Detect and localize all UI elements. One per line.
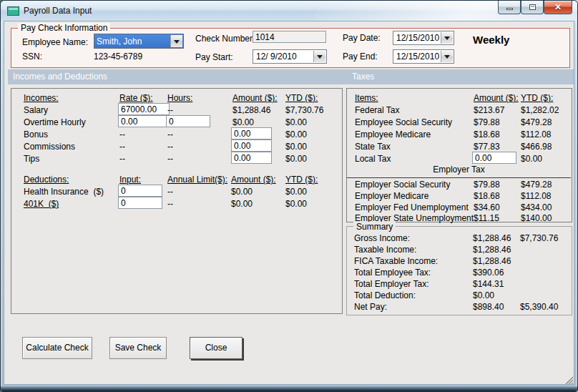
deduction-cell: $0.00 bbox=[285, 187, 307, 197]
deduction-cell: $0.00 bbox=[231, 187, 253, 197]
bonus-amount-input[interactable] bbox=[231, 127, 272, 139]
incomes-header-amount: Amount ($): bbox=[232, 93, 278, 103]
summary-row-label: Taxable Income: bbox=[354, 245, 416, 255]
incomes-header-ytd: YTD ($): bbox=[285, 93, 318, 103]
401k-input[interactable] bbox=[118, 197, 162, 209]
income-row-label: Overtime Hourly bbox=[24, 117, 86, 127]
pay-start-dropdown-button[interactable] bbox=[313, 51, 325, 62]
income-row-label: Salary bbox=[24, 105, 48, 115]
income-cell: $0.00 bbox=[285, 117, 307, 127]
employer-tax-cell: $18.68 bbox=[474, 191, 500, 201]
employer-tax-row-label: Employer Social Security bbox=[355, 180, 450, 190]
pay-start-label: Pay Start: bbox=[195, 52, 233, 62]
resize-grip-icon[interactable] bbox=[564, 374, 573, 383]
close-icon: ✕ bbox=[544, 2, 572, 12]
employee-name-select[interactable]: Smith, John bbox=[94, 34, 184, 49]
income-cell: -- bbox=[167, 105, 173, 115]
local-tax-input[interactable] bbox=[472, 152, 516, 164]
pay-end-label: Pay End: bbox=[343, 52, 378, 62]
deductions-header-name: Deductions: bbox=[24, 175, 69, 185]
pay-end-picker[interactable]: 12/15/2010 bbox=[393, 49, 454, 64]
income-cell: $0.00 bbox=[285, 154, 307, 164]
employer-tax-cell: $11.15 bbox=[474, 213, 499, 223]
incomes-header-name: Incomes: bbox=[24, 93, 59, 103]
summary-cell: $0.00 bbox=[473, 290, 494, 300]
employer-tax-cell: $140.00 bbox=[521, 213, 552, 223]
overtime-rate-input[interactable] bbox=[118, 115, 170, 127]
tips-amount-input[interactable] bbox=[231, 152, 272, 164]
pay-date-picker[interactable]: 12/15/2010 bbox=[393, 31, 454, 45]
overtime-hours-input[interactable] bbox=[166, 115, 210, 127]
window-titlebar[interactable]: Payroll Data Input bbox=[1, 1, 577, 21]
taxes-header-ytd: YTD ($): bbox=[521, 93, 553, 103]
summary-legend: Summary bbox=[353, 222, 396, 232]
minimize-button[interactable] bbox=[498, 1, 521, 14]
tax-cell: $0.00 bbox=[521, 154, 542, 164]
calculate-check-button[interactable]: Calculate Check bbox=[22, 337, 92, 359]
section-taxes-title: Taxes bbox=[352, 72, 374, 82]
pay-date-dropdown-button[interactable] bbox=[441, 32, 453, 44]
section-header-bar: Incomes and Deductions Taxes bbox=[8, 69, 574, 84]
deduction-cell: -- bbox=[167, 187, 173, 197]
income-cell: -- bbox=[167, 142, 173, 152]
employee-name-dropdown-button[interactable] bbox=[170, 35, 182, 47]
summary-cell: $1,288.46 bbox=[473, 233, 511, 243]
summary-cell: $5,390.40 bbox=[520, 302, 558, 312]
window-bottom-frame bbox=[1, 386, 577, 391]
commissions-amount-input[interactable] bbox=[231, 139, 272, 152]
tax-cell: $18.68 bbox=[474, 129, 500, 139]
summary-row-label: Total Employee Tax: bbox=[354, 268, 431, 278]
ssn-label: SSN: bbox=[22, 52, 42, 62]
check-number-input[interactable] bbox=[253, 31, 326, 43]
income-cell: $7,730.76 bbox=[285, 105, 323, 115]
pay-start-picker[interactable]: 12/ 9/2010 bbox=[253, 49, 327, 64]
salary-rate-input[interactable] bbox=[118, 103, 170, 115]
tax-row-label: State Tax bbox=[355, 142, 391, 152]
employer-tax-row-label: Employer Medicare bbox=[355, 191, 428, 201]
save-check-button[interactable]: Save Check bbox=[109, 337, 167, 359]
income-cell: -- bbox=[167, 129, 173, 139]
tax-row-label: Employee Social Security bbox=[355, 117, 452, 127]
close-button[interactable]: ✕ bbox=[544, 1, 572, 14]
chevron-down-icon bbox=[317, 55, 323, 59]
tax-cell: $466.98 bbox=[521, 142, 552, 152]
incomes-header-hours: Hours: bbox=[167, 93, 192, 103]
401k-link[interactable]: 401K ($) bbox=[24, 199, 59, 209]
health-insurance-input[interactable] bbox=[118, 185, 162, 197]
summary-cell: $898.40 bbox=[473, 302, 504, 312]
taxes-header-items: Items: bbox=[355, 93, 378, 103]
summary-row-label: FICA Taxable Income: bbox=[354, 256, 438, 266]
summary-cell: $1,288.46 bbox=[473, 256, 511, 266]
income-cell: $0.00 bbox=[232, 117, 254, 127]
summary-cell: $7,730.76 bbox=[520, 233, 558, 243]
deductions-header-amount: Amount ($): bbox=[231, 175, 276, 185]
employer-tax-cell: $112.08 bbox=[521, 191, 552, 201]
deductions-header-input: Input: bbox=[119, 175, 141, 185]
income-row-label: Bonus bbox=[24, 129, 48, 139]
chevron-down-icon bbox=[444, 55, 450, 59]
summary-row-label: Net Pay: bbox=[354, 302, 387, 312]
pay-frequency-label: Weekly bbox=[473, 34, 509, 46]
summary-row-label: Total Employer Tax: bbox=[354, 279, 429, 289]
maximize-button[interactable] bbox=[521, 1, 544, 14]
ssn-value: 123-45-6789 bbox=[94, 52, 142, 62]
taxes-header-amount: Amount ($): bbox=[474, 93, 519, 103]
income-cell: -- bbox=[119, 142, 125, 152]
close-check-button[interactable]: Close bbox=[190, 337, 243, 359]
income-cell: $1,288.46 bbox=[232, 105, 270, 115]
deduction-row-label: Health Insurance ($) bbox=[24, 187, 104, 197]
deduction-cell: -- bbox=[167, 199, 173, 209]
window-title: Payroll Data Input bbox=[24, 6, 92, 16]
summary-cell: $390.06 bbox=[473, 268, 504, 278]
tax-cell: $79.88 bbox=[474, 117, 500, 127]
tax-row-label: Federal Tax bbox=[355, 105, 399, 115]
pay-end-value: 12/15/2010 bbox=[396, 52, 439, 62]
income-cell: -- bbox=[119, 129, 125, 139]
section-incomes-deductions-title: Incomes and Deductions bbox=[13, 72, 107, 82]
employer-tax-cell: $434.00 bbox=[521, 202, 552, 212]
payroll-window: Payroll Data Input ✕ Pay Check Informati… bbox=[0, 0, 578, 392]
income-cell: $0.00 bbox=[285, 142, 307, 152]
pay-date-value: 12/15/2010 bbox=[396, 33, 439, 43]
maximize-icon bbox=[529, 4, 536, 10]
pay-end-dropdown-button[interactable] bbox=[441, 51, 453, 62]
